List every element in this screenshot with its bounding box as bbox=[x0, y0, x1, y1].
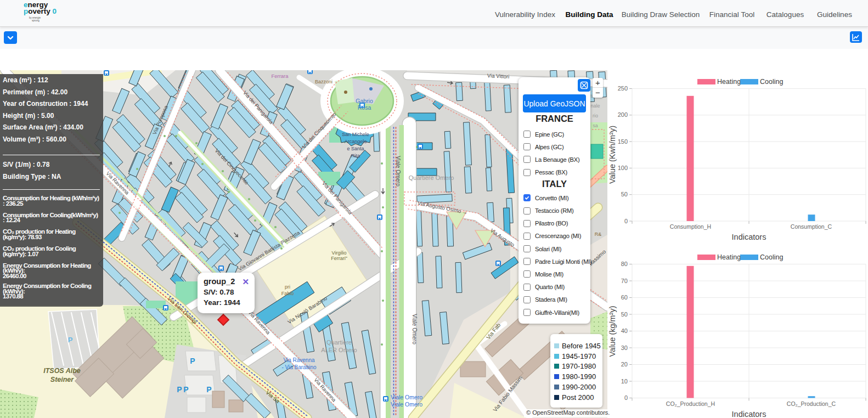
svg-text:pri: pri bbox=[285, 284, 290, 290]
svg-text:Quartiere: Quartiere bbox=[326, 339, 352, 346]
svg-text:rio: rio bbox=[593, 113, 598, 118]
svg-text:Ferrara: Ferrara bbox=[271, 73, 289, 79]
svg-text:Virgilio: Virgilio bbox=[332, 250, 347, 256]
svg-text:P: P bbox=[183, 385, 188, 394]
svg-text:40: 40 bbox=[621, 327, 628, 334]
svg-text:30: 30 bbox=[621, 344, 628, 351]
svg-text:Heating: Heating bbox=[717, 78, 741, 86]
svg-text:0: 0 bbox=[624, 218, 628, 224]
svg-text:20: 20 bbox=[621, 361, 628, 368]
svg-text:80: 80 bbox=[621, 261, 628, 267]
svg-text:Via Vittori: Via Vittori bbox=[487, 72, 510, 80]
svg-text:Via Ravenna: Via Ravenna bbox=[283, 357, 315, 363]
svg-text:Consumption_C: Consumption_C bbox=[791, 223, 832, 230]
svg-text:R&: R& bbox=[595, 231, 602, 237]
svg-text:Consumption_H: Consumption_H bbox=[670, 223, 711, 230]
svg-text:P: P bbox=[177, 385, 182, 394]
svg-text:50: 50 bbox=[621, 191, 628, 197]
svg-text:ALER Omero: ALER Omero bbox=[321, 347, 357, 353]
svg-text:Indicators: Indicators bbox=[732, 410, 766, 418]
svg-text:60: 60 bbox=[621, 294, 628, 301]
svg-text:Indicators: Indicators bbox=[732, 233, 766, 241]
svg-text:150: 150 bbox=[618, 138, 628, 145]
svg-text:Heating: Heating bbox=[717, 253, 741, 261]
svg-text:Bazzoni: Bazzoni bbox=[315, 79, 332, 84]
svg-text:200: 200 bbox=[618, 111, 628, 118]
svg-text:Steiner: Steiner bbox=[50, 376, 75, 383]
svg-text:Viale Omero: Viale Omero bbox=[395, 156, 401, 187]
svg-text:CO₂_Production_C: CO₂_Production_C bbox=[787, 400, 836, 407]
svg-text:Viale Omero: Viale Omero bbox=[412, 314, 418, 344]
svg-text:Rita: Rita bbox=[351, 153, 360, 159]
svg-text:San Michele: San Michele bbox=[342, 132, 369, 137]
svg-text:e Santa: e Santa bbox=[347, 146, 364, 151]
svg-text:Value (Kwh/m²y): Value (Kwh/m²y) bbox=[608, 126, 617, 184]
svg-text:nale: nale bbox=[590, 103, 600, 109]
svg-text:Viale Omero: Viale Omero bbox=[391, 401, 422, 408]
svg-text:0: 0 bbox=[624, 394, 628, 401]
svg-text:Value (kg/m²y): Value (kg/m²y) bbox=[608, 306, 617, 357]
svg-text:- Via Barabino: - Via Barabino bbox=[281, 364, 317, 370]
svg-text:250: 250 bbox=[618, 85, 628, 92]
svg-text:P: P bbox=[190, 357, 195, 365]
svg-text:sa: sa bbox=[593, 123, 598, 128]
svg-text:Cooling: Cooling bbox=[760, 253, 783, 261]
svg-text:Fabio: Fabio bbox=[281, 291, 294, 296]
svg-text:Cooling: Cooling bbox=[760, 78, 783, 86]
svg-text:P: P bbox=[206, 385, 211, 394]
svg-text:10: 10 bbox=[621, 378, 628, 385]
svg-text:ITSOS Albe: ITSOS Albe bbox=[43, 367, 81, 375]
svg-text:Quartiere Omero: Quartiere Omero bbox=[409, 174, 454, 181]
svg-text:CO₂_Production_H: CO₂_Production_H bbox=[666, 400, 715, 407]
svg-text:50: 50 bbox=[621, 311, 628, 318]
svg-text:Ferrari": Ferrari" bbox=[331, 256, 347, 261]
svg-text:70: 70 bbox=[621, 278, 628, 284]
svg-text:Arcangelo: Arcangelo bbox=[345, 139, 367, 144]
svg-text:Viale Omero: Viale Omero bbox=[391, 394, 422, 400]
svg-text:100: 100 bbox=[618, 165, 628, 171]
svg-text:P: P bbox=[68, 336, 73, 344]
